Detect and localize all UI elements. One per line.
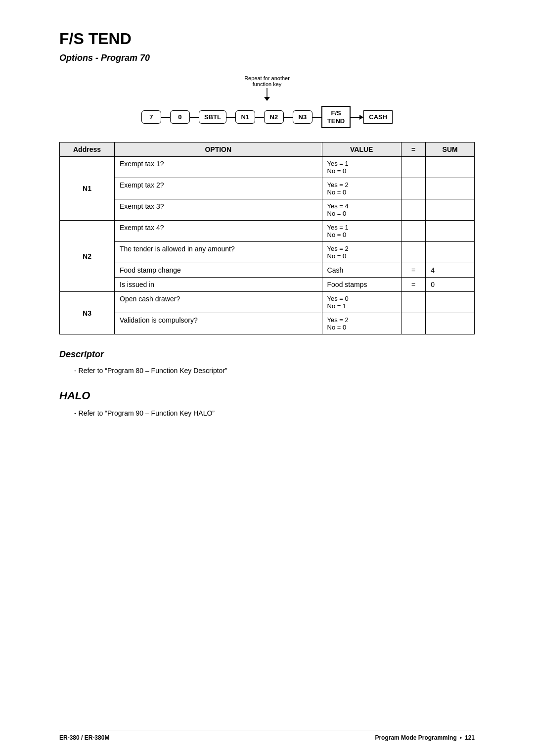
option-food-stamp-change: Food stamp change	[115, 263, 322, 278]
col-header-sum: SUM	[426, 142, 475, 157]
col-header-address: Address	[60, 142, 115, 157]
col-header-option: OPTION	[115, 142, 322, 157]
value-validation: Yes = 2No = 0	[322, 313, 401, 334]
descriptor-text: - Refer to “Program 80 – Function Key De…	[74, 367, 475, 375]
sum-4	[426, 221, 475, 242]
col-header-value: VALUE	[322, 142, 401, 157]
flow-box-n2: N2	[264, 110, 284, 124]
eq-3	[401, 199, 425, 221]
value-open-cash-drawer: Yes = 0No = 1	[322, 292, 401, 313]
table-row: The tender is allowed in any amount? Yes…	[60, 242, 475, 263]
option-open-cash-drawer: Open cash drawer?	[115, 292, 322, 313]
table-row: Food stamp change Cash = 4	[60, 263, 475, 278]
eq-food-stamps: =	[401, 278, 425, 292]
eq-4	[401, 221, 425, 242]
sum-5	[426, 242, 475, 263]
footer-right-text: Program Mode Programming	[375, 734, 456, 741]
flow-box-n1: N1	[235, 110, 255, 124]
eq-5	[401, 242, 425, 263]
halo-text: - Refer to “Program 90 – Function Key HA…	[74, 409, 475, 417]
descriptor-title: Descriptor	[59, 349, 475, 360]
sum-3	[426, 199, 475, 221]
table-row: Exempt tax 2? Yes = 2No = 0	[60, 178, 475, 199]
table-row: Validation is compulsory? Yes = 2No = 0	[60, 313, 475, 334]
value-exempt-tax1: Yes = 1No = 0	[322, 157, 401, 178]
eq-7	[401, 313, 425, 334]
option-issued-in: Is issued in	[115, 278, 322, 292]
options-table: Address OPTION VALUE = SUM N1 Exempt tax…	[59, 142, 475, 334]
repeat-label: Repeat for another function key	[244, 75, 290, 87]
flow-boxes-row: 7 0 SBTL N1 N2 N3 F/STEND CASH	[141, 106, 393, 128]
sum-food-stamps: 0	[426, 278, 475, 292]
table-row: Exempt tax 3? Yes = 4No = 0	[60, 199, 475, 221]
addr-n2: N2	[60, 221, 115, 292]
flow-diagram: Repeat for another function key 7 0 SBTL	[59, 75, 475, 128]
flow-box-0: 0	[170, 110, 190, 124]
addr-n1: N1	[60, 157, 115, 221]
sum-food-stamp-cash: 4	[426, 263, 475, 278]
col-header-eq: =	[401, 142, 425, 157]
footer-bullet: •	[460, 734, 462, 741]
eq-1	[401, 157, 425, 178]
sum-7	[426, 313, 475, 334]
value-exempt-tax4: Yes = 1No = 0	[322, 221, 401, 242]
svg-marker-1	[264, 97, 270, 101]
flow-box-cash: CASH	[363, 110, 393, 124]
flow-box-sbtl: SBTL	[199, 110, 226, 124]
addr-n3: N3	[60, 292, 115, 334]
section-subtitle: Options - Program 70	[59, 53, 475, 63]
footer-page: 121	[465, 734, 475, 741]
option-exempt-tax3: Exempt tax 3?	[115, 199, 322, 221]
option-tender-amount: The tender is allowed in any amount?	[115, 242, 322, 263]
value-exempt-tax3: Yes = 4No = 0	[322, 199, 401, 221]
eq-2	[401, 178, 425, 199]
value-exempt-tax2: Yes = 2No = 0	[322, 178, 401, 199]
footer-left: ER-380 / ER-380M	[59, 734, 109, 741]
option-validation: Validation is compulsory?	[115, 313, 322, 334]
value-tender-amount: Yes = 2No = 0	[322, 242, 401, 263]
sum-2	[426, 178, 475, 199]
table-row: Is issued in Food stamps = 0	[60, 278, 475, 292]
table-row: N3 Open cash drawer? Yes = 0No = 1	[60, 292, 475, 313]
option-exempt-tax1: Exempt tax 1?	[115, 157, 322, 178]
halo-title: HALO	[59, 389, 475, 402]
flow-box-7: 7	[141, 110, 161, 124]
sum-1	[426, 157, 475, 178]
option-exempt-tax2: Exempt tax 2?	[115, 178, 322, 199]
eq-food-stamp-cash: =	[401, 263, 425, 278]
value-food-stamps: Food stamps	[322, 278, 401, 292]
page-title: F/S TEND	[59, 30, 475, 48]
value-food-stamp-cash: Cash	[322, 263, 401, 278]
table-row: N1 Exempt tax 1? Yes = 1No = 0	[60, 157, 475, 178]
eq-6	[401, 292, 425, 313]
footer: ER-380 / ER-380M Program Mode Programmin…	[59, 730, 475, 741]
table-row: N2 Exempt tax 4? Yes = 1No = 0	[60, 221, 475, 242]
flow-box-fs-tend: F/STEND	[321, 106, 351, 128]
sum-6	[426, 292, 475, 313]
flow-box-n3: N3	[293, 110, 312, 124]
option-exempt-tax4: Exempt tax 4?	[115, 221, 322, 242]
